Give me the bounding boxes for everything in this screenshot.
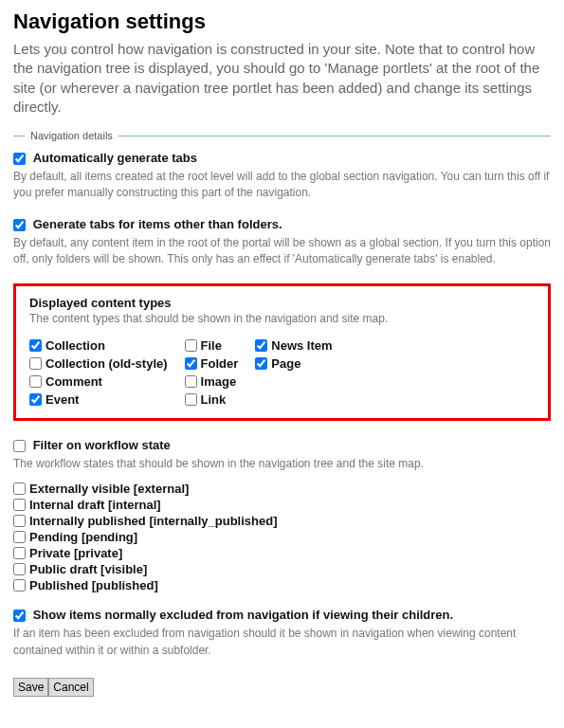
content-type-item: Event: [29, 392, 168, 407]
content-type-checkbox[interactable]: [185, 339, 197, 352]
page-title: Navigation settings: [13, 9, 551, 34]
content-type-checkbox[interactable]: [29, 393, 42, 406]
option-auto-tabs: Automatically generate tabs: [13, 151, 551, 165]
content-type-item: Comment: [29, 374, 168, 389]
checkbox-auto-tabs[interactable]: [13, 153, 26, 165]
form-actions: SaveCancel: [13, 678, 551, 697]
content-type-label: Comment: [45, 374, 102, 389]
page-intro: Lets you control how navigation is const…: [13, 40, 551, 117]
content-type-checkbox[interactable]: [185, 357, 197, 370]
workflow-state-label: Externally visible [external]: [29, 482, 189, 496]
content-type-checkbox[interactable]: [255, 357, 267, 370]
workflow-state-checkbox[interactable]: [13, 515, 26, 527]
content-type-item: File: [185, 338, 239, 353]
checkbox-show-excluded[interactable]: [13, 610, 26, 622]
content-type-label: Page: [271, 356, 300, 371]
workflow-state-item: Private [private]: [13, 546, 551, 560]
displayed-types-box: Displayed content types The content type…: [13, 283, 551, 421]
content-type-checkbox[interactable]: [255, 339, 267, 352]
content-type-label: Image: [201, 374, 237, 389]
cancel-button[interactable]: Cancel: [48, 678, 93, 697]
content-type-label: Collection (old-style): [45, 356, 168, 371]
desc-show-excluded: If an item has been excluded from naviga…: [13, 626, 551, 659]
label-workflow-filter: Filter on workflow state: [33, 438, 171, 452]
workflow-state-label: Private [private]: [29, 546, 122, 560]
checkbox-workflow-filter[interactable]: [13, 440, 26, 452]
content-type-checkbox[interactable]: [29, 375, 42, 388]
workflow-state-checkbox[interactable]: [13, 563, 26, 575]
workflow-state-item: Externally visible [external]: [13, 482, 551, 496]
desc-nonfolder-tabs: By default, any content item in the root…: [13, 235, 551, 268]
workflow-state-checkbox[interactable]: [13, 499, 26, 511]
workflow-state-label: Published [published]: [29, 578, 158, 592]
label-auto-tabs: Automatically generate tabs: [33, 151, 197, 165]
content-type-item: Collection: [29, 338, 168, 353]
types-column: FileFolderImageLink: [185, 338, 239, 407]
workflow-state-checkbox[interactable]: [13, 531, 26, 543]
desc-auto-tabs: By default, all items created at the roo…: [13, 169, 551, 202]
option-show-excluded: Show items normally excluded from naviga…: [13, 608, 551, 622]
workflow-state-checkbox[interactable]: [13, 482, 26, 495]
displayed-types-desc: The content types that should be shown i…: [29, 312, 535, 325]
workflow-state-item: Pending [pending]: [13, 530, 551, 544]
content-type-label: File: [201, 338, 222, 353]
displayed-types-columns: CollectionCollection (old-style)CommentE…: [29, 338, 535, 407]
displayed-types-title: Displayed content types: [29, 296, 535, 310]
content-type-checkbox[interactable]: [185, 393, 197, 406]
content-type-label: News Item: [271, 338, 332, 353]
types-column: CollectionCollection (old-style)CommentE…: [29, 338, 168, 407]
save-button[interactable]: Save: [13, 678, 48, 697]
content-type-item: Page: [255, 356, 332, 371]
workflow-state-label: Internally published [internally_publish…: [29, 514, 277, 528]
content-type-checkbox[interactable]: [29, 339, 42, 352]
label-show-excluded: Show items normally excluded from naviga…: [33, 608, 454, 622]
legend: Navigation details: [13, 130, 551, 141]
content-type-checkbox[interactable]: [185, 375, 197, 388]
workflow-states-list: Externally visible [external]Internal dr…: [13, 482, 551, 592]
workflow-state-label: Public draft [visible]: [29, 562, 147, 576]
content-type-item: Image: [185, 374, 239, 389]
workflow-state-checkbox[interactable]: [13, 579, 26, 592]
workflow-state-item: Public draft [visible]: [13, 562, 551, 576]
checkbox-nonfolder-tabs[interactable]: [13, 219, 26, 231]
workflow-state-checkbox[interactable]: [13, 547, 26, 559]
fieldset-navigation-details: Navigation details Automatically generat…: [13, 130, 551, 697]
desc-workflow-filter: The workflow states that should be shown…: [13, 456, 551, 472]
workflow-state-item: Published [published]: [13, 578, 551, 592]
workflow-state-label: Pending [pending]: [29, 530, 137, 544]
content-type-label: Link: [201, 392, 227, 407]
workflow-state-label: Internal draft [internal]: [29, 498, 161, 512]
content-type-item: Link: [185, 392, 239, 407]
content-type-label: Event: [45, 392, 79, 407]
content-type-item: Collection (old-style): [29, 356, 168, 371]
option-nonfolder-tabs: Generate tabs for items other than folde…: [13, 217, 551, 231]
content-type-label: Folder: [201, 356, 239, 371]
option-workflow-filter: Filter on workflow state: [13, 438, 551, 452]
label-nonfolder-tabs: Generate tabs for items other than folde…: [33, 217, 282, 231]
content-type-item: Folder: [185, 356, 239, 371]
content-type-label: Collection: [45, 338, 105, 353]
types-column: News ItemPage: [255, 338, 332, 407]
workflow-state-item: Internally published [internally_publish…: [13, 514, 551, 528]
content-type-checkbox[interactable]: [29, 357, 42, 370]
legend-text: Navigation details: [30, 130, 113, 141]
workflow-state-item: Internal draft [internal]: [13, 498, 551, 512]
content-type-item: News Item: [255, 338, 332, 353]
